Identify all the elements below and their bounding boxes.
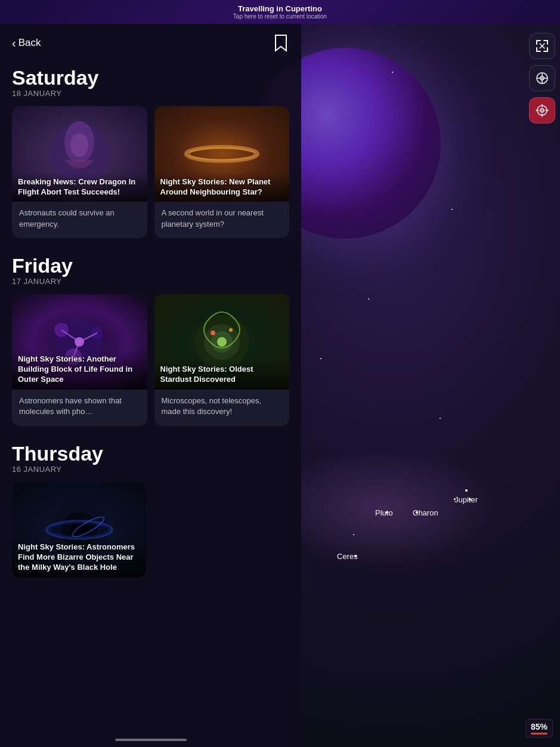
compass-button[interactable] [529,65,555,91]
back-chevron-icon: ‹ [12,36,16,50]
star-4 [368,298,369,300]
nav-header: ‹ Back [0,24,301,62]
card-title-overlay-molecules: Night Sky Stories: Another Building Bloc… [12,350,147,390]
star-5 [465,489,468,492]
card-desc-stardust: Microscopes, not telescopes, made this d… [154,390,290,425]
card-title-overlay-planet: Night Sky Stories: New Planet Around Nei… [154,172,290,202]
top-location-bar[interactable]: Travelling in Cupertino Tap here to rese… [0,0,560,24]
jupiter-label: Jupiter [454,495,478,504]
zoom-badge: 85% [525,719,553,737]
card-desc-planet: A second world in our nearest planetary … [154,202,290,237]
star-9 [440,418,441,419]
compass-icon [536,72,549,85]
saturday-section: Saturday 18 JANUARY [0,62,301,98]
svg-point-5 [189,148,255,160]
friday-day-name: Friday [12,255,289,277]
card-title-overlay-blackhole: Night Sky Stories: Astronomers Find More… [12,538,146,578]
card-blackhole[interactable]: Night Sky Stories: Astronomers Find More… [12,482,146,578]
svg-point-16 [229,328,233,332]
news-panel: ‹ Back Saturday 18 JANUARY [0,24,301,747]
friday-day-date: 17 JANUARY [12,277,289,286]
friday-section: Friday 17 JANUARY [0,250,301,286]
card-title-overlay-dragon: Breaking News: Crew Dragon In Flight Abo… [12,172,147,202]
svg-point-25 [542,78,543,79]
pluto-label: Pluto [375,508,393,517]
star-7 [353,534,354,535]
star-3 [451,209,453,210]
location-subtitle: Tap here to reset to current location [233,13,327,20]
friday-cards-grid: Night Sky Stories: Another Building Bloc… [0,294,301,437]
svg-point-15 [211,331,215,335]
card-stardust[interactable]: Night Sky Stories: Oldest Stardust Disco… [154,294,290,425]
location-title: Travelling in Cupertino [238,4,322,13]
svg-point-4 [186,147,258,161]
thursday-section: Thursday 16 JANUARY [0,438,301,474]
card-image-molecules: Night Sky Stories: Another Building Bloc… [12,294,147,390]
svg-point-2 [70,133,88,157]
card-title-blackhole: Night Sky Stories: Astronomers Find More… [18,542,140,573]
card-image-stardust: Night Sky Stories: Oldest Stardust Disco… [154,294,290,390]
card-image-blackhole: Night Sky Stories: Astronomers Find More… [12,482,146,578]
svg-point-14 [217,337,227,347]
card-planet-star[interactable]: Night Sky Stories: New Planet Around Nei… [154,106,290,237]
card-title-planet: Night Sky Stories: New Planet Around Nei… [160,177,284,197]
crosshair-button[interactable] [529,97,555,124]
zoom-value: 85% [531,722,547,731]
svg-point-10 [75,337,84,347]
card-desc-molecules: Astronomers have shown that molecules wi… [12,390,147,425]
card-desc-dragon: Astronauts could survive an emergency. [12,202,147,237]
card-crew-dragon[interactable]: Breaking News: Crew Dragon In Flight Abo… [12,106,147,237]
expand-button[interactable] [529,33,555,59]
thursday-cards: Night Sky Stories: Astronomers Find More… [0,482,301,589]
card-title-overlay-stardust: Night Sky Stories: Oldest Stardust Disco… [154,360,290,390]
saturday-day-date: 18 JANUARY [12,89,289,98]
star-8 [320,358,321,359]
back-button[interactable]: ‹ Back [12,36,41,50]
zoom-bar [531,733,547,734]
card-image-crew-dragon: Breaking News: Crew Dragon In Flight Abo… [12,106,147,202]
card-title-molecules: Night Sky Stories: Another Building Bloc… [18,354,141,385]
bookmark-button[interactable] [273,33,289,53]
ceres-label: Ceres [337,552,358,561]
scroll-indicator [115,739,187,741]
right-controls [529,33,555,124]
bookmark-icon [274,34,287,52]
thursday-day-name: Thursday [12,443,289,465]
thursday-day-date: 16 JANUARY [12,465,289,474]
card-title-stardust: Night Sky Stories: Oldest Stardust Disco… [160,365,284,385]
back-label: Back [18,37,41,49]
expand-icon [536,39,549,53]
charon-label: Charon [413,508,438,517]
card-building-block[interactable]: Night Sky Stories: Another Building Bloc… [12,294,147,425]
card-image-planet: Night Sky Stories: New Planet Around Nei… [154,106,290,202]
star-1 [392,72,393,73]
card-title-dragon: Breaking News: Crew Dragon In Flight Abo… [18,177,141,197]
saturday-day-name: Saturday [12,67,289,89]
saturday-cards-grid: Breaking News: Crew Dragon In Flight Abo… [0,106,301,249]
crosshair-icon [536,104,549,117]
